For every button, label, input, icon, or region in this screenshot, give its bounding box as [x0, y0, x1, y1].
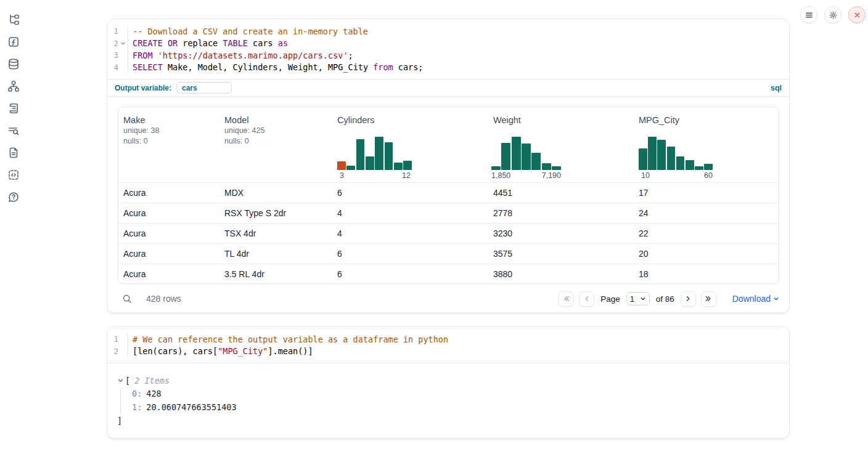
- logs-icon[interactable]: [7, 124, 20, 137]
- snippets-icon[interactable]: [7, 169, 20, 181]
- histogram-bar[interactable]: [403, 161, 412, 170]
- sql-cell: 1-- Download a CSV and create an in-memo…: [107, 18, 790, 313]
- histogram-bar[interactable]: [346, 166, 355, 170]
- column-name: Cylinders: [337, 115, 483, 126]
- item-value: 428: [146, 389, 161, 398]
- line-gutter: 2: [107, 346, 128, 358]
- histogram-bar[interactable]: [491, 166, 501, 170]
- table-cell: Acura: [118, 208, 219, 218]
- code-line[interactable]: 3FROM 'https://datasets.marimo.app/cars.…: [107, 49, 789, 62]
- histogram-bar[interactable]: [512, 137, 521, 170]
- histogram-bar[interactable]: [686, 160, 694, 170]
- table-row[interactable]: AcuraTL 4dr6357520: [118, 243, 779, 264]
- axis-tick-label: 10: [641, 171, 650, 180]
- histogram-bar[interactable]: [639, 148, 647, 170]
- line-number: 3: [107, 51, 118, 60]
- next-page-button[interactable]: [681, 291, 696, 307]
- tree-item: 0:428: [132, 387, 779, 401]
- histogram-bar[interactable]: [501, 143, 510, 170]
- chevron-right-icon: [684, 295, 692, 302]
- python-cell: 1# We can reference the output variable …: [107, 326, 790, 439]
- histogram-axis-labels: 1060: [639, 171, 713, 180]
- histogram-bar[interactable]: [394, 163, 403, 170]
- histogram-bar[interactable]: [676, 156, 685, 170]
- last-page-button[interactable]: [701, 291, 716, 307]
- axis-tick-label: 3: [340, 171, 344, 180]
- table-cell: 4: [332, 208, 488, 218]
- column-histogram: 1,8507,190: [491, 137, 561, 180]
- shutdown-button[interactable]: [848, 6, 866, 23]
- histogram-bar[interactable]: [366, 156, 374, 170]
- table-cell: 6: [332, 249, 488, 259]
- column-header-make[interactable]: Makeunique: 38nulls: 0: [118, 107, 219, 182]
- histogram-bar[interactable]: [522, 144, 531, 170]
- column-header-model[interactable]: Modelunique: 425nulls: 0: [219, 107, 332, 182]
- table-footer: 428 rows Page 1 of 86 Download: [118, 288, 779, 310]
- table-cell: Acura: [118, 229, 219, 238]
- column-header-cylinders[interactable]: Cylinders312: [332, 107, 488, 182]
- collapse-chevron-icon[interactable]: [117, 377, 125, 384]
- tree-root-row: [ 2 Items: [117, 374, 779, 387]
- table-cell: 3.5 RL 4dr: [219, 269, 332, 279]
- documentation-icon[interactable]: [7, 147, 20, 159]
- item-value: 20.060747663551403: [146, 402, 236, 412]
- code-text: SELECT Make, Model, Cylinders, Weight, M…: [128, 62, 423, 72]
- close-icon: [853, 11, 861, 19]
- histogram-bar[interactable]: [657, 140, 666, 170]
- chevrons-right-icon: [705, 295, 712, 302]
- python-code-editor[interactable]: 1# We can reference the output variable …: [107, 327, 789, 363]
- table-cell: RSX Type S 2dr: [219, 208, 332, 218]
- column-stat: unique: 425: [224, 126, 327, 136]
- code-line[interactable]: 2[len(cars), cars["MPG_City"].mean()]: [107, 346, 789, 358]
- help-icon[interactable]: [7, 191, 20, 203]
- code-line[interactable]: 1-- Download a CSV and create an in-memo…: [107, 25, 789, 38]
- histogram-bars: [491, 137, 561, 170]
- histogram-bar[interactable]: [648, 137, 657, 170]
- search-icon[interactable]: [121, 293, 133, 304]
- table-cell: Acura: [118, 269, 219, 279]
- datasources-icon[interactable]: [7, 58, 20, 70]
- axis-tick-label: 7,190: [542, 171, 561, 180]
- histogram-bar[interactable]: [552, 166, 561, 170]
- histogram-bar[interactable]: [385, 142, 393, 170]
- histogram-bar[interactable]: [375, 137, 383, 170]
- table-body: AcuraMDX6445117AcuraRSX Type S 2dr427782…: [118, 182, 779, 284]
- table-cell: 3575: [488, 249, 634, 259]
- output-variable-input[interactable]: [176, 82, 232, 94]
- code-line[interactable]: 4SELECT Make, Model, Cylinders, Weight, …: [107, 62, 789, 74]
- code-line[interactable]: 2CREATE OR replace TABLE cars as: [107, 38, 789, 50]
- column-header-weight[interactable]: Weight1,8507,190: [488, 107, 634, 182]
- histogram-bar[interactable]: [337, 161, 346, 170]
- histogram-bar[interactable]: [704, 164, 713, 170]
- sql-code-editor[interactable]: 1-- Download a CSV and create an in-memo…: [107, 19, 789, 79]
- table-row[interactable]: AcuraRSX Type S 2dr4277824: [118, 203, 779, 223]
- table-cell: Acura: [118, 249, 219, 259]
- histogram-bar[interactable]: [542, 163, 551, 170]
- table-row[interactable]: AcuraMDX6445117: [118, 182, 779, 203]
- table-cell: 6: [332, 188, 488, 198]
- histogram-bar[interactable]: [695, 166, 703, 170]
- histogram-bar[interactable]: [667, 147, 676, 170]
- page-select[interactable]: 1: [626, 292, 650, 305]
- file-explorer-icon[interactable]: [7, 14, 20, 26]
- first-page-button[interactable]: [559, 291, 574, 307]
- column-header-mpg_city[interactable]: MPG_City1060: [634, 107, 779, 182]
- line-gutter: 1: [107, 333, 128, 346]
- fold-chevron-icon[interactable]: [118, 41, 127, 46]
- previous-page-button[interactable]: [579, 291, 594, 307]
- table-row[interactable]: AcuraTSX 4dr4323022: [118, 223, 779, 243]
- menu-button[interactable]: [800, 6, 817, 23]
- download-button[interactable]: Download: [732, 294, 779, 304]
- table-row[interactable]: Acura3.5 RL 4dr6388018: [118, 264, 779, 284]
- table-cell: TSX 4dr: [219, 229, 332, 238]
- variables-icon[interactable]: [7, 36, 20, 48]
- histogram-bar[interactable]: [356, 139, 365, 170]
- settings-button[interactable]: [824, 6, 841, 23]
- menu-icon: [805, 11, 813, 19]
- scratchpad-icon[interactable]: [7, 102, 20, 115]
- dependency-graph-icon[interactable]: [7, 80, 20, 92]
- histogram-bar[interactable]: [531, 153, 541, 170]
- code-line[interactable]: 1# We can reference the output variable …: [107, 333, 789, 346]
- page-select-value: 1: [630, 294, 634, 304]
- result-tree: [ 2 Items 0:4281:20.060747663551403 ]: [107, 363, 789, 437]
